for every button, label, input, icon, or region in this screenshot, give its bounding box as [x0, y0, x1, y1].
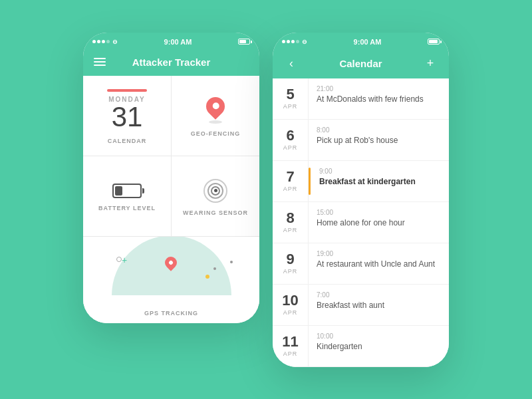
map-dot-outline-1 [116, 257, 122, 262]
cal-event-title-3: Breakfast at kindergarten [319, 177, 441, 188]
phones-container: ⊖ 9:00 AM Attacker Tracker [83, 33, 449, 367]
tile-geo-fencing[interactable]: GEO-FENCING [172, 76, 259, 156]
cal-day-num-3: 7 [286, 170, 294, 184]
tile-wearing[interactable]: WEARING SENSOR [172, 156, 259, 236]
signal-dot-r1 [282, 40, 285, 43]
cal-day-num-6: 10 [282, 293, 298, 308]
hamburger-line-3 [94, 65, 106, 66]
gps-map: + [90, 247, 253, 315]
battery-icon-right [428, 39, 440, 45]
gps-label-area: GPS TRACKING [83, 306, 259, 318]
signal-dot-4 [106, 40, 110, 43]
tiles-grid: MONDAY 31 CALENDAR GEO-FENCING [83, 76, 259, 323]
cal-day-num-2: 6 [286, 128, 294, 143]
calendar-day-num: 31 [112, 103, 143, 131]
cal-event-title-5: At restaurant with Uncle and Aunt [317, 259, 441, 270]
wifi-icon: ⊖ [112, 39, 118, 45]
cal-month-3: APR [283, 186, 298, 192]
battery-level-fill [115, 186, 122, 196]
cal-date-5: 9 APR [273, 243, 309, 284]
phone-right: ⊖ 9:00 AM ‹ Calendar + 5 APR [273, 33, 449, 367]
tile-calendar[interactable]: MONDAY 31 CALENDAR [83, 76, 171, 156]
status-bar-left: ⊖ 9:00 AM [83, 33, 259, 51]
cal-month-7: APR [283, 350, 298, 357]
cal-event-detail-3: 9:00 Breakfast at kindergarten [309, 161, 449, 201]
tile-label-battery: BATTERY LEVEL [98, 205, 156, 211]
cal-event-1[interactable]: 5 APR 21:00 At McDonalds with few friend… [273, 78, 449, 120]
signal-dot-r4 [296, 40, 299, 43]
cal-event-title-2: Pick up at Rob's house [317, 136, 441, 146]
cal-event-detail-6: 7:00 Breakfast with aunt [309, 285, 449, 325]
cal-header: ‹ Calendar + [273, 51, 449, 78]
cal-event-time-2: 8:00 [317, 126, 441, 134]
cal-event-time-4: 15:00 [317, 209, 441, 216]
cal-date-6: 10 APR [273, 285, 309, 325]
cal-event-time-3: 9:00 [319, 168, 441, 175]
cal-date-2: 6 APR [273, 120, 309, 160]
signal-dot-3 [102, 40, 105, 43]
hamburger-line-2 [94, 61, 106, 63]
cal-title: Calendar [299, 58, 422, 69]
pin-inner [211, 101, 221, 110]
cal-event-2[interactable]: 6 APR 8:00 Pick up at Rob's house [273, 120, 449, 161]
cal-event-time-7: 10:00 [317, 332, 441, 340]
map-dot-sm-1 [230, 261, 233, 263]
phone-body-left: MONDAY 31 CALENDAR GEO-FENCING [83, 76, 259, 323]
back-button[interactable]: ‹ [283, 57, 299, 70]
map-dot-sm-2 [213, 267, 216, 270]
tile-battery[interactable]: BATTERY LEVEL [83, 156, 171, 236]
hamburger-line-1 [94, 58, 106, 59]
cal-event-title-1: At McDonalds with few friends [317, 94, 441, 105]
status-time-right: 9:00 AM [354, 38, 382, 46]
cal-event-4[interactable]: 8 APR 15:00 Home alone for one hour [273, 202, 449, 243]
cal-date-1: 5 APR [273, 78, 309, 119]
cal-event-detail-1: 21:00 At McDonalds with few friends [309, 78, 449, 119]
signal-dot-r2 [287, 40, 290, 43]
cal-event-3[interactable]: 7 APR 9:00 Breakfast at kindergarten [273, 161, 449, 202]
cal-event-time-6: 7:00 [317, 291, 441, 299]
active-indicator [309, 168, 311, 195]
battery-icon-left [238, 39, 250, 45]
status-left: ⊖ [92, 39, 118, 45]
battery-fill-right [429, 40, 438, 43]
pin-head [202, 93, 229, 120]
cal-event-detail-4: 15:00 Home alone for one hour [309, 202, 449, 243]
cal-event-detail-5: 19:00 At restaurant with Uncle and Aunt [309, 243, 449, 284]
battery-level-icon [112, 184, 142, 198]
signal-dots [92, 40, 110, 43]
cal-event-5[interactable]: 9 APR 19:00 At restaurant with Uncle and… [273, 243, 449, 285]
cal-month-1: APR [283, 103, 298, 110]
cal-date-3: 7 APR [273, 161, 309, 201]
status-left-right: ⊖ [282, 39, 307, 45]
map-pin-small [165, 257, 177, 269]
add-button[interactable]: + [422, 57, 438, 70]
map-dot-yellow [205, 275, 209, 279]
map-pin-inner-s [168, 259, 173, 265]
cal-month-2: APR [283, 144, 298, 151]
tile-gps[interactable]: + GPS TRACKING [83, 237, 259, 323]
cal-event-7[interactable]: 11 APR 10:00 Kindergarten [273, 326, 449, 367]
cal-event-title-7: Kindergarten [317, 342, 441, 352]
app-header-left: Attacker Tracker [83, 51, 259, 76]
status-bar-right: ⊖ 9:00 AM [273, 33, 449, 51]
signal-dots-right [282, 40, 299, 43]
plus-marker: + [122, 255, 127, 265]
cal-body: 5 APR 21:00 At McDonalds with few friend… [273, 78, 449, 367]
cal-event-title-6: Breakfast with aunt [317, 301, 441, 311]
tile-label-gps: GPS TRACKING [144, 310, 198, 317]
cal-date-4: 8 APR [273, 202, 309, 243]
status-right-left [238, 39, 250, 45]
hamburger-menu[interactable] [94, 58, 106, 66]
tile-label-wearing: WEARING SENSOR [183, 209, 248, 216]
calendar-bar [107, 89, 147, 92]
cal-event-detail-2: 8:00 Pick up at Rob's house [309, 120, 449, 160]
location-pin-icon [205, 97, 225, 124]
signal-dot-2 [97, 40, 100, 43]
cal-event-6[interactable]: 10 APR 7:00 Breakfast with aunt [273, 285, 449, 326]
signal-dot-1 [92, 40, 96, 43]
cal-event-time-5: 19:00 [317, 250, 441, 257]
app-title: Attacker Tracker [106, 57, 237, 68]
cal-event-time-1: 21:00 [317, 85, 441, 92]
cal-day-num-4: 8 [286, 211, 294, 225]
cal-month-4: APR [283, 227, 298, 233]
